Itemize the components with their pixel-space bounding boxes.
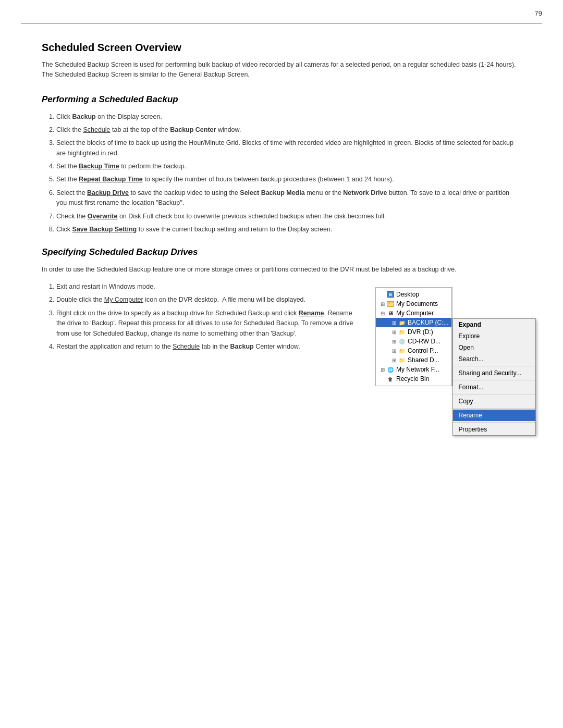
expand-icon: ⊞: [390, 339, 398, 344]
list-item: Click Backup on the Display screen.: [56, 112, 521, 122]
tree-item-mydocuments: ⊞ 📁 My Documents: [376, 299, 451, 309]
menu-divider: [453, 380, 535, 380]
folder-icon: 💿: [398, 337, 406, 346]
menu-item-sharing[interactable]: Sharing and Security...: [453, 367, 535, 379]
explorer-tree: 🖥 Desktop ⊞ 📁 M: [376, 288, 452, 386]
tree-item-cdrw: ⊞ 💿 CD-RW D...: [376, 337, 451, 346]
tree-item-controlpanel: ⊞ 📁 Control P...: [376, 346, 451, 355]
list-item: Select the blocks of time to back up usi…: [56, 138, 521, 158]
tree-item-dvr: ⊞ 📁 DVR (D:): [376, 327, 451, 337]
tree-label: Desktop: [396, 291, 419, 298]
list-item: Check the Overwrite on Disk Full check b…: [56, 212, 521, 221]
tree-label: BACKUP (C:...: [408, 319, 448, 326]
subsection2: Specifying Scheduled Backup Drives In or…: [42, 247, 521, 436]
page-number: 79: [535, 9, 542, 17]
tree-label: Recycle Bin: [396, 375, 429, 382]
steps-column: Exit and restart in Windows mode. Double…: [42, 282, 360, 364]
tree-label: My Network F...: [396, 366, 439, 373]
menu-item-copy[interactable]: Copy: [453, 396, 535, 407]
menu-item-rename[interactable]: Rename: [453, 410, 535, 421]
expand-icon: ⊞: [379, 367, 386, 373]
tree-item-mycomputer: ⊟ 🖥 My Computer: [376, 309, 451, 318]
two-column-layout: Exit and restart in Windows mode. Double…: [42, 282, 521, 436]
menu-item-properties[interactable]: Properties: [453, 424, 535, 435]
context-menu: Expand Explore Open Search... Sharing an…: [452, 318, 536, 436]
expand-icon: ⊞: [390, 329, 398, 335]
subsection1-steps: Click Backup on the Display screen. Clic…: [56, 112, 521, 235]
list-item: Click Save Backup Setting to save the cu…: [56, 225, 521, 235]
folder-icon: 📁: [386, 300, 395, 308]
tree-item-mynetwork: ⊞ 🌐 My Network F...: [376, 365, 451, 374]
menu-item-explore[interactable]: Explore: [453, 330, 535, 342]
recycle-icon: 🗑: [386, 375, 395, 383]
subsection2-title: Specifying Scheduled Backup Drives: [42, 247, 521, 257]
tree-label: My Documents: [396, 300, 438, 307]
tree-label: DVR (D:): [408, 328, 433, 336]
list-item: Set the Repeat Backup Time to specify th…: [56, 175, 521, 184]
list-item: Set the Backup Time to perform the backu…: [56, 162, 521, 171]
tree-label: Shared D...: [408, 356, 439, 364]
network-icon: 🌐: [386, 365, 395, 374]
top-border: [21, 23, 542, 23]
desktop-icon: 🖥: [386, 290, 395, 299]
folder-icon: 📁: [398, 347, 406, 355]
explorer-screenshot: 🖥 Desktop ⊞ 📁 M: [375, 287, 521, 436]
menu-item-open[interactable]: Open: [453, 342, 535, 353]
expand-icon: ⊞: [379, 301, 386, 307]
tree-item-desktop: 🖥 Desktop: [376, 290, 451, 299]
tree-label: CD-RW D...: [408, 338, 440, 345]
expand-icon: ⊞: [390, 348, 398, 354]
list-item: Exit and restart in Windows mode.: [56, 282, 360, 292]
menu-divider: [453, 394, 535, 394]
folder-icon: 📁: [398, 328, 406, 336]
intro-text: The Scheduled Backup Screen is used for …: [42, 60, 521, 80]
list-item: Select the Backup Drive to save the back…: [56, 188, 521, 208]
expand-icon: ⊞: [390, 357, 398, 363]
explorer-tree-widget: 🖥 Desktop ⊞ 📁 M: [375, 287, 452, 386]
tree-label: My Computer: [396, 310, 434, 317]
context-menu-panel: Expand Explore Open Search... Sharing an…: [452, 318, 536, 436]
tree-item-backup: ⊞ 📁 BACKUP (C:...: [376, 318, 451, 327]
explorer-and-menu: 🖥 Desktop ⊞ 📁 M: [375, 287, 521, 436]
tree-label: Control P...: [408, 347, 438, 354]
list-item: Restart the application and return to th…: [56, 342, 360, 352]
subsection1-title: Performing a Scheduled Backup: [42, 94, 521, 105]
expand-icon: ⊞: [390, 320, 398, 326]
menu-item-expand[interactable]: Expand: [453, 319, 535, 330]
explorer-widget: 🖥 Desktop ⊞ 📁 M: [375, 287, 452, 386]
menu-divider: [453, 366, 535, 366]
menu-divider: [453, 422, 535, 423]
expand-icon: ⊟: [379, 311, 386, 316]
list-item: Double click the My Computer icon on the…: [56, 295, 360, 305]
subsection2-intro: In order to use the Scheduled Backup fea…: [42, 265, 521, 275]
subsection2-steps: Exit and restart in Windows mode. Double…: [56, 282, 360, 352]
computer-icon: 🖥: [386, 309, 395, 317]
menu-item-format[interactable]: Format...: [453, 381, 535, 393]
menu-divider: [453, 408, 535, 409]
list-item: Right click on the drive to specify as a…: [56, 309, 360, 339]
folder-icon: 📁: [398, 356, 406, 364]
tree-item-recyclebin: 🗑 Recycle Bin: [376, 374, 451, 384]
folder-icon: 📁: [398, 318, 406, 327]
list-item: Click the Schedule tab at the top of the…: [56, 125, 521, 135]
tree-item-shareddocs: ⊞ 📁 Shared D...: [376, 355, 451, 365]
menu-item-search[interactable]: Search...: [453, 353, 535, 365]
section-title: Scheduled Screen Overview: [42, 42, 521, 54]
